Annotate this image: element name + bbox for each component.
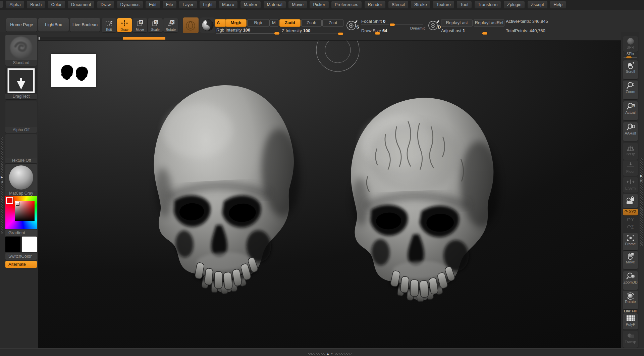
aahalf-button[interactable]: AAHalf — [623, 122, 638, 141]
replay-last-rel-button[interactable]: ReplayLastRel — [474, 19, 504, 27]
secondary-color-swatch[interactable] — [22, 237, 37, 252]
menu-draw[interactable]: Draw — [97, 1, 114, 8]
menu-stencil[interactable]: Stencil — [388, 1, 408, 8]
zcut-toggle[interactable]: Zcut — [322, 19, 343, 27]
bpr-button[interactable]: BPR — [623, 36, 638, 52]
scroll-button[interactable]: Scroll — [623, 60, 638, 79]
menu-light[interactable]: Light — [200, 1, 216, 8]
current-color-swatch[interactable] — [6, 197, 13, 204]
paint-mrgb-toggle[interactable]: Mrgb — [225, 19, 247, 27]
paint-m-toggle[interactable]: M — [269, 19, 278, 27]
focal-shift-slider[interactable]: Focal Shift 0 — [361, 19, 385, 24]
current-stroke-tile[interactable]: DragRect — [5, 68, 37, 99]
menu-stroke[interactable]: Stroke — [411, 1, 430, 8]
menu-picker[interactable]: Picker — [310, 1, 328, 8]
floor-button[interactable]: Floor — [623, 160, 638, 176]
rotate-3d-button[interactable]: Rotate — [623, 291, 638, 309]
rgb-intensity-slider[interactable]: Rgb Intensity 100 — [216, 28, 250, 33]
menu-file[interactable]: File — [163, 1, 176, 8]
menu-material[interactable]: Material — [264, 1, 286, 8]
camera-lock-button[interactable] — [623, 194, 638, 208]
rotate-mode-button[interactable]: R Rotate — [163, 18, 178, 32]
persp-button[interactable]: Persp — [623, 143, 638, 160]
draw-mode-button[interactable]: Draw — [117, 18, 132, 32]
replay-last-button[interactable]: ReplayLast — [441, 19, 473, 27]
adjust-last-handle[interactable] — [482, 32, 487, 35]
adjust-last-slider[interactable]: AdjustLast 1 — [441, 28, 465, 33]
menu-tool[interactable]: Tool — [457, 1, 472, 8]
current-material-tile[interactable]: MatCap Gray — [5, 164, 37, 196]
bottom-tray-handle-left[interactable] — [308, 353, 325, 355]
lightbox-button[interactable]: LightBox — [38, 18, 69, 32]
current-alpha-tile[interactable]: Alpha Off — [5, 101, 37, 133]
switch-color-button[interactable]: SwitchColor — [5, 253, 37, 260]
bottom-tray-handle-right[interactable] — [335, 353, 352, 355]
menu-render[interactable]: Render — [365, 1, 386, 8]
menu-edit[interactable]: Edit — [146, 1, 160, 8]
rotate-z-button[interactable]: Z — [623, 225, 638, 230]
bottom-tray-down-arrow[interactable]: ▼ — [330, 352, 333, 355]
zoom-button[interactable]: Zoom — [623, 81, 638, 99]
live-boolean-button[interactable]: Live Boolean — [70, 18, 100, 32]
menu-color[interactable]: Color — [48, 1, 65, 8]
menu-zscript[interactable]: Zscript — [528, 1, 547, 8]
menu-layer[interactable]: Layer — [179, 1, 197, 8]
menu-alpha[interactable]: Alpha — [6, 1, 24, 8]
current-brush-button[interactable] — [183, 17, 199, 33]
scale-mode-button[interactable]: S Scale — [148, 18, 163, 32]
gradient-button[interactable]: Gradient — [5, 230, 37, 236]
current-material-button[interactable] — [200, 17, 215, 33]
spix-slider[interactable] — [624, 57, 637, 58]
color-picker[interactable] — [5, 196, 37, 229]
spix-handle[interactable] — [626, 56, 632, 58]
rgb-intensity-track[interactable] — [216, 33, 280, 34]
color-picker-cursor[interactable] — [16, 202, 19, 205]
menu-marker[interactable]: Marker — [240, 1, 261, 8]
menu-dynamics[interactable]: Dynamics — [117, 1, 143, 8]
rotate-xyz-button[interactable]: XYZ — [623, 209, 638, 215]
left-tray-close-arrow[interactable]: ◀ — [1, 181, 3, 184]
move-3d-button[interactable]: Move — [623, 251, 638, 269]
draw-size-handle[interactable] — [375, 32, 380, 35]
menu-help[interactable]: Help — [550, 1, 566, 8]
zadd-toggle[interactable]: Zadd — [279, 19, 301, 27]
document-scrollbar[interactable] — [38, 37, 165, 40]
rotate-y-button[interactable]: Y — [623, 217, 638, 222]
current-brush-tile[interactable]: Standard — [5, 35, 37, 66]
menu-transform[interactable]: Transform — [475, 1, 501, 8]
paint-rgb-toggle[interactable]: Rgb — [247, 19, 269, 27]
zsub-toggle[interactable]: Zsub — [301, 19, 322, 27]
menu-brush[interactable]: Brush — [27, 1, 45, 8]
dynamic-label[interactable]: Dynamic — [410, 26, 426, 30]
rgb-intensity-handle[interactable] — [274, 32, 279, 35]
right-tray-close-arrow[interactable]: ▶ — [640, 179, 643, 182]
home-page-button[interactable]: Home Page — [6, 18, 37, 32]
paint-a-toggle[interactable]: A — [215, 19, 226, 27]
menu-preferences[interactable]: Preferences — [331, 1, 362, 8]
left-tray-handle[interactable] — [1, 137, 3, 234]
document-thumbnail[interactable] — [51, 54, 96, 87]
document-canvas[interactable] — [38, 40, 621, 348]
color-picker-sv-square[interactable] — [15, 201, 35, 221]
bottom-tray-up-arrow[interactable]: ▲ — [326, 352, 329, 355]
alternate-button[interactable]: Alternate — [5, 261, 37, 268]
menu-zplugin[interactable]: Zplugin — [504, 1, 525, 8]
menu-macro[interactable]: Macro — [219, 1, 237, 8]
draw-size-slider[interactable]: Draw Size 64 — [361, 28, 387, 33]
right-tray-open-arrow[interactable]: ▶ — [640, 174, 643, 177]
polyf-button[interactable]: PolyF — [623, 313, 638, 329]
transp-button[interactable]: Transp — [623, 331, 638, 348]
menu-texture[interactable]: Texture — [433, 1, 454, 8]
move-mode-button[interactable]: M Move — [132, 18, 147, 32]
zoom3d-button[interactable]: Zoom3D — [623, 271, 638, 290]
current-texture-tile[interactable]: Texture Off — [5, 134, 37, 163]
actual-button[interactable]: x1 Actual — [623, 101, 638, 120]
frame-button[interactable]: Frame — [623, 233, 638, 250]
left-tray-open-arrow[interactable]: ▶ — [1, 176, 3, 179]
stroke-curve-button[interactable]: S — [345, 17, 360, 32]
edit-mode-button[interactable]: Edit — [102, 18, 116, 32]
z-intensity-handle[interactable] — [338, 33, 343, 35]
main-color-swatch[interactable] — [5, 237, 20, 252]
adjust-curve-button[interactable]: D — [427, 17, 441, 32]
right-tray-handle[interactable] — [640, 158, 643, 246]
